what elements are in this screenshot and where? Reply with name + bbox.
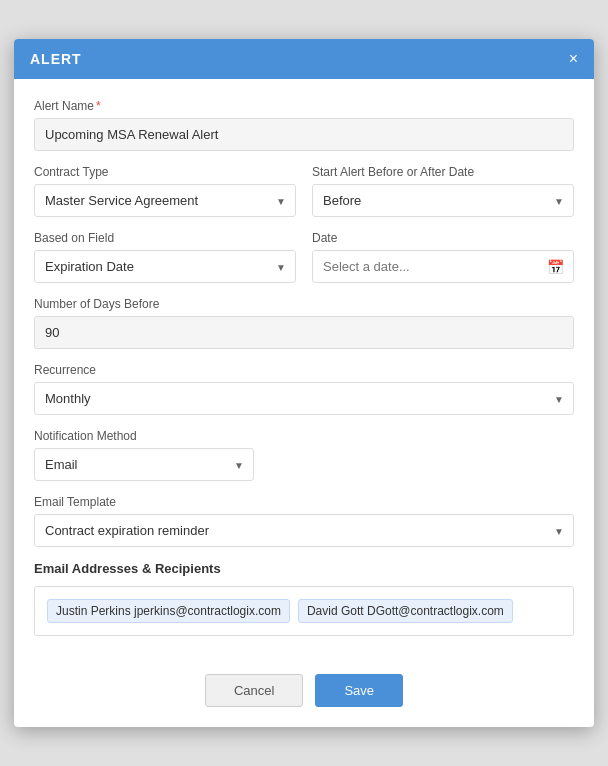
based-on-field-wrapper: Expiration Date Start Date Renewal Date … <box>34 250 296 283</box>
contract-type-col: Contract Type Master Service Agreement N… <box>34 165 296 217</box>
modal-header: ALERT × <box>14 39 594 79</box>
recipients-box[interactable]: Justin Perkins jperkins@contractlogix.co… <box>34 586 574 636</box>
recipients-group: Email Addresses & Recipients Justin Perk… <box>34 561 574 636</box>
email-template-select[interactable]: Contract expiration reminder Renewal not… <box>34 514 574 547</box>
contract-type-select[interactable]: Master Service Agreement NDA SOW Amendme… <box>34 184 296 217</box>
start-alert-wrapper: Before After ▼ <box>312 184 574 217</box>
recurrence-group: Recurrence Monthly Weekly Daily Yearly ▼ <box>34 363 574 415</box>
num-days-label: Number of Days Before <box>34 297 574 311</box>
recurrence-label: Recurrence <box>34 363 574 377</box>
cancel-button[interactable]: Cancel <box>205 674 303 707</box>
notification-method-label: Notification Method <box>34 429 574 443</box>
alert-modal: ALERT × Alert Name* Contract Type Master… <box>14 39 594 727</box>
email-template-wrapper: Contract expiration reminder Renewal not… <box>34 514 574 547</box>
email-template-label: Email Template <box>34 495 574 509</box>
modal-title: ALERT <box>30 51 82 67</box>
date-input[interactable] <box>312 250 574 283</box>
based-on-field-label: Based on Field <box>34 231 296 245</box>
based-on-field-select[interactable]: Expiration Date Start Date Renewal Date <box>34 250 296 283</box>
alert-name-group: Alert Name* <box>34 99 574 151</box>
based-on-field-col: Based on Field Expiration Date Start Dat… <box>34 231 296 283</box>
start-alert-label: Start Alert Before or After Date <box>312 165 574 179</box>
start-alert-col: Start Alert Before or After Date Before … <box>312 165 574 217</box>
contract-type-label: Contract Type <box>34 165 296 179</box>
save-button[interactable]: Save <box>315 674 403 707</box>
notification-method-select[interactable]: Email In-App SMS <box>34 448 254 481</box>
recurrence-wrapper: Monthly Weekly Daily Yearly ▼ <box>34 382 574 415</box>
contract-start-row: Contract Type Master Service Agreement N… <box>34 165 574 217</box>
close-button[interactable]: × <box>569 51 578 67</box>
recipient-tag: Justin Perkins jperkins@contractlogix.co… <box>47 599 290 623</box>
notification-method-wrapper: Email In-App SMS ▼ <box>34 448 254 481</box>
required-indicator: * <box>96 99 101 113</box>
recipient-tag: David Gott DGott@contractlogix.com <box>298 599 513 623</box>
notification-method-group: Notification Method Email In-App SMS ▼ <box>34 429 574 481</box>
field-date-row: Based on Field Expiration Date Start Dat… <box>34 231 574 283</box>
email-template-group: Email Template Contract expiration remin… <box>34 495 574 547</box>
date-wrapper: 📅 <box>312 250 574 283</box>
alert-name-input[interactable] <box>34 118 574 151</box>
start-alert-select[interactable]: Before After <box>312 184 574 217</box>
date-col: Date 📅 <box>312 231 574 283</box>
num-days-group: Number of Days Before <box>34 297 574 349</box>
num-days-input[interactable] <box>34 316 574 349</box>
alert-name-label: Alert Name* <box>34 99 574 113</box>
date-label: Date <box>312 231 574 245</box>
recurrence-select[interactable]: Monthly Weekly Daily Yearly <box>34 382 574 415</box>
modal-overlay: ALERT × Alert Name* Contract Type Master… <box>0 0 608 766</box>
contract-type-wrapper: Master Service Agreement NDA SOW Amendme… <box>34 184 296 217</box>
modal-footer: Cancel Save <box>14 660 594 727</box>
modal-body: Alert Name* Contract Type Master Service… <box>14 79 594 660</box>
recipients-section-label: Email Addresses & Recipients <box>34 561 574 576</box>
